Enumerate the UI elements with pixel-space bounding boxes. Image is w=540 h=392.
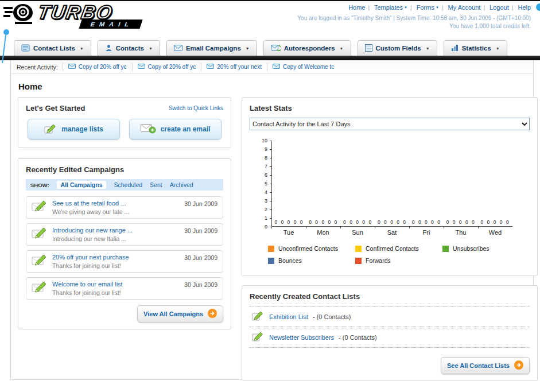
nav-tab-label: Contact Lists (33, 45, 75, 52)
campaign-title-link[interactable]: 20% off your next purchase (52, 254, 184, 261)
credits-remaining: You have 1,000 total credits left. (297, 23, 531, 29)
nav-tab-label: Custom Fields (376, 45, 421, 52)
campaign-title-link[interactable]: See us at the retail food ... (52, 200, 184, 207)
manage-lists-button[interactable]: manage lists (28, 119, 120, 139)
logo-text-turbo: TURBO (34, 3, 143, 21)
campaign-row[interactable]: Introducing our new range ... Introducin… (26, 223, 223, 246)
legend-label: Unconfirmed Contacts (278, 245, 338, 252)
contact-list-count: - (0 Contacts) (313, 313, 351, 320)
header-link-my-account[interactable]: My Account (448, 4, 481, 11)
filter-scheduled[interactable]: Scheduled (114, 181, 142, 188)
filter-archived[interactable]: Archived (170, 181, 193, 188)
nav-tab-contacts[interactable]: Contacts ▼ (98, 40, 160, 56)
chart-y-tick-label: 4 (265, 189, 267, 195)
login-status: You are logged in as "Timothy Smith" | S… (297, 15, 531, 21)
recent-activity-item-label: Copy of Welcome tc (283, 64, 334, 70)
chart-value-labels: 0 0 0 0 0 (444, 219, 478, 225)
campaign-date: 30 Jun 2009 (184, 200, 217, 207)
logo-text: TURBO EMAIL (36, 3, 141, 29)
create-email-button[interactable]: create an email (129, 119, 222, 139)
recent-activity-item[interactable]: 20% off your next (201, 63, 267, 71)
link-separator: | (512, 5, 514, 11)
stats-period-select[interactable]: Contact Activity for the Last 7 Days (250, 118, 530, 130)
recent-activity-item[interactable]: Copy of Welcome tc (267, 63, 339, 71)
campaign-text: Welcome to our email list Thanks for joi… (52, 281, 184, 296)
chart-value-labels: 0 0 0 0 0 (409, 219, 444, 225)
recent-activity-item[interactable]: Copy of 20% off yc (63, 63, 132, 71)
contact-lists-title: Recently Created Contact Lists (250, 292, 530, 306)
chart-y-tick-label: 10 (262, 138, 267, 143)
contact-list-item[interactable]: Exhibition List - (0 Contacts) (250, 306, 530, 327)
main-content: Let's Get Started Switch to Quick Links … (11, 97, 533, 381)
chart-y-tick-label: 3 (265, 198, 267, 204)
campaign-row[interactable]: See us at the retail food ... We're givi… (26, 196, 223, 219)
app-logo[interactable]: TURBO EMAIL (3, 3, 141, 29)
nav-tab-label: Email Campaigns (186, 45, 241, 52)
manage-lists-label: manage lists (61, 125, 103, 133)
campaign-subtitle: We're giving away our late ... (52, 208, 184, 215)
nav-tab-label: Autoresponders (284, 45, 335, 52)
recently-created-contact-lists-panel: Recently Created Contact Lists Exhibitio… (242, 285, 538, 381)
header-link-logout[interactable]: Logout (490, 4, 509, 11)
pencil-paper-icon (252, 331, 265, 343)
chart-y-tick-label: 2 (265, 207, 267, 212)
campaign-title-link[interactable]: Welcome to our email list (52, 281, 184, 288)
chart-bar-group: 0 0 0 0 0 (306, 141, 341, 226)
header-right: Home| Templates▼| Forms▼| My Account| Lo… (297, 4, 531, 29)
contact-lists-icon (21, 44, 30, 53)
campaign-text: 20% off your next purchase Thanks for jo… (52, 254, 184, 269)
recent-activity-item[interactable]: Copy of 20% off yc (132, 63, 201, 71)
campaign-row[interactable]: Welcome to our email list Thanks for joi… (26, 277, 223, 300)
main-navigation: Contact Lists ▼ Contacts ▼ Email Campaig… (0, 37, 540, 56)
see-all-contact-lists-label: See All Contact Lists (447, 362, 510, 369)
header-link-templates[interactable]: Templates (374, 4, 403, 11)
view-all-campaigns-button[interactable]: View All Campaigns (137, 305, 223, 323)
chart-bar-group: 0 0 0 0 0 (375, 141, 410, 226)
left-column: Let's Get Started Switch to Quick Links … (18, 97, 231, 381)
legend-label: Unsubscribes (453, 245, 490, 252)
contact-list-count: - (0 Contacts) (339, 334, 377, 341)
chevron-down-icon: ▼ (340, 46, 344, 51)
chevron-down-icon: ▼ (149, 46, 153, 51)
nav-tab-autoresponders[interactable]: Autoresponders ▼ (263, 40, 351, 56)
contact-list-name-link[interactable]: Exhibition List (269, 313, 308, 320)
custom-fields-icon (365, 44, 372, 53)
legend-label: Confirmed Contacts (366, 245, 419, 252)
contact-list-item[interactable]: Newsletter Subscribers - (0 Contacts) (250, 327, 530, 348)
chevron-down-icon: ▼ (496, 46, 500, 51)
see-all-contact-lists-button[interactable]: See All Contact Lists (441, 357, 530, 374)
nav-tab-statistics[interactable]: Statistics ▼ (444, 40, 507, 56)
campaign-title-link[interactable]: Introducing our new range ... (52, 227, 184, 234)
header-link-forms[interactable]: Forms (417, 4, 434, 11)
email-campaigns-icon (174, 45, 182, 52)
nav-tab-contact-lists[interactable]: Contact Lists ▼ (14, 40, 91, 56)
campaign-row[interactable]: 20% off your next purchase Thanks for jo… (26, 250, 223, 273)
header-link-home[interactable]: Home (348, 4, 365, 11)
filter-sent[interactable]: Sent (150, 181, 162, 188)
email-icon (207, 64, 214, 70)
envelope-pencil-icon (32, 254, 52, 269)
page: TURBO EMAIL Home| Templates▼| Forms▼| My… (0, 0, 540, 392)
email-icon (68, 64, 76, 70)
chart-value-labels: 0 0 0 0 0 (306, 219, 341, 225)
chart-y-axis: 109876543210 (258, 141, 271, 227)
filter-all-campaigns[interactable]: All Campaigns (57, 181, 107, 189)
switch-to-quick-links[interactable]: Switch to Quick Links (169, 105, 223, 111)
chart-value-labels: 0 0 0 0 0 (272, 219, 306, 225)
logo-antenna-decoration (1, 29, 10, 64)
nav-tab-email-campaigns[interactable]: Email Campaigns ▼ (166, 40, 257, 56)
nav-tab-label: Contacts (116, 45, 144, 52)
chart-value-labels: 0 0 0 0 0 (478, 219, 512, 225)
nav-tab-custom-fields[interactable]: Custom Fields ▼ (358, 40, 437, 56)
header-link-help[interactable]: Help (518, 4, 531, 11)
chart-x-labels: TueMonSunSatFriThuWed (271, 229, 512, 236)
email-plus-icon (141, 123, 156, 135)
content-frame: Recent Activity: Copy of 20% off yc Copy… (10, 60, 534, 380)
legend-item-forwards: Forwards (355, 257, 442, 264)
chart-bar-group: 0 0 0 0 0 (409, 141, 444, 226)
chevron-down-icon: ▼ (426, 46, 430, 51)
contact-list-name-link[interactable]: Newsletter Subscribers (269, 334, 334, 341)
link-separator: | (410, 5, 412, 11)
right-column: Latest Stats Contact Activity for the La… (242, 97, 538, 381)
email-icon (138, 64, 145, 70)
